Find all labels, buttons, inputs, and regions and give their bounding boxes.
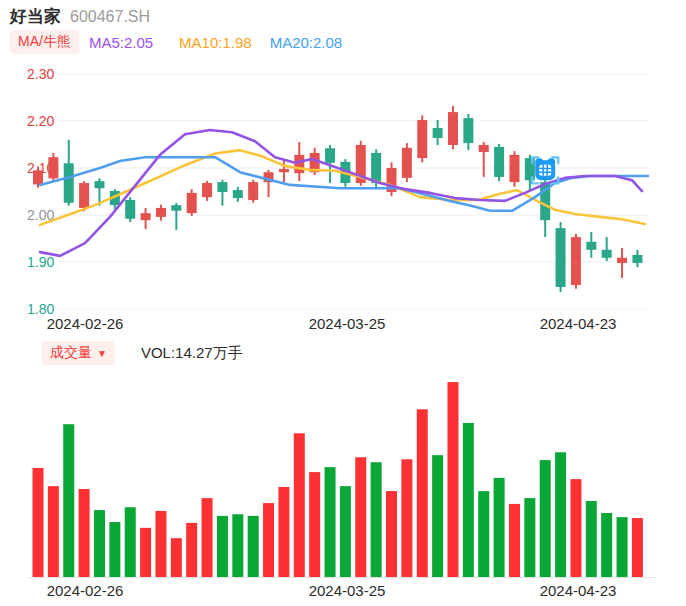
candlestick-chart: 2.302.202.102.001.901.80 [0, 58, 686, 314]
volume-bar [294, 433, 305, 577]
volume-bar [463, 423, 474, 577]
candle-body [279, 169, 289, 172]
candle-body [556, 228, 566, 287]
candle-body [94, 181, 104, 188]
candle-body [479, 145, 489, 152]
volume-bar [248, 516, 259, 577]
volume-bar [540, 460, 551, 577]
y-axis-tick-label: 1.90 [27, 254, 54, 270]
candle-body [156, 208, 166, 217]
candle-body [171, 205, 181, 211]
volume-bar [325, 467, 336, 577]
candle-body [433, 128, 443, 138]
candle-body [64, 163, 74, 202]
candle-body [217, 182, 227, 192]
ma5-legend-value: MA5:2.05 [89, 34, 153, 51]
volume-bar [33, 468, 44, 577]
volume-bar [401, 459, 412, 577]
volume-bar [524, 498, 535, 577]
candle-body [48, 157, 58, 178]
candle-body [448, 112, 458, 145]
price-chart-x-axis: 2024-02-26 2024-03-25 2024-04-23 [0, 315, 686, 335]
x-axis-date-label: 2024-04-23 [540, 315, 617, 332]
candle-body [602, 250, 612, 258]
candle-body [125, 200, 135, 219]
volume-bar [232, 514, 243, 577]
candle-body [187, 193, 197, 213]
volume-chart-x-axis: 2024-02-26 2024-03-25 2024-04-23 [0, 582, 686, 602]
stock-name: 好当家 [10, 5, 61, 28]
x-axis-date-label: 2024-03-25 [309, 315, 386, 332]
volume-bar [48, 486, 59, 577]
volume-bar [278, 487, 289, 577]
volume-bar [155, 511, 166, 577]
volume-bar [617, 517, 628, 577]
volume-bar [586, 501, 597, 577]
candle-body [494, 147, 504, 177]
volume-bar [340, 486, 351, 577]
candle-body [586, 242, 596, 250]
volume-bar [79, 489, 90, 577]
volume-bar [432, 455, 443, 577]
bull-bear-marker-icon[interactable] [532, 157, 558, 183]
candle-body [202, 183, 212, 197]
volume-bar [478, 491, 489, 577]
chart-header: 好当家 600467.SH [10, 5, 150, 28]
y-axis-tick-label: 2.30 [27, 66, 54, 82]
x-axis-date-label: 2024-02-26 [47, 582, 124, 599]
volume-bar [263, 503, 274, 577]
candle-body [632, 255, 642, 263]
volume-bar [309, 472, 320, 577]
volume-bar [186, 523, 197, 577]
volume-bar [555, 452, 566, 577]
volume-value-label: VOL:14.27万手 [141, 344, 243, 363]
candle-body [294, 155, 304, 173]
volume-bar [632, 518, 643, 577]
candle-body [33, 170, 43, 184]
candle-body [248, 182, 258, 200]
volume-header: 成交量 ▼ VOL:14.27万手 [42, 341, 243, 365]
candle-body [617, 258, 627, 263]
candle-body [463, 118, 473, 143]
volume-bar [125, 507, 136, 577]
candle-body [402, 148, 412, 178]
volume-bar [202, 498, 213, 577]
volume-bar [140, 528, 151, 577]
x-axis-date-label: 2024-03-25 [309, 582, 386, 599]
dropdown-arrow-icon: ▼ [97, 348, 107, 359]
volume-bar [509, 504, 520, 577]
volume-bar [171, 538, 182, 577]
y-axis-tick-label: 2.20 [27, 113, 54, 129]
candle-body [509, 155, 519, 182]
volume-bar [109, 522, 120, 577]
candle-body [79, 183, 89, 208]
volume-bar [94, 510, 105, 577]
ma5-line [40, 130, 642, 256]
bear-muzzle [539, 165, 551, 176]
candle-body [233, 190, 243, 198]
stock-chart-page: { "header": { "title": "好当家", "code": "6… [0, 0, 686, 606]
stock-code: 600467.SH [70, 8, 150, 26]
volume-bar [570, 479, 581, 577]
candle-body [417, 120, 427, 158]
candle-body [371, 153, 381, 183]
ma-legend: MA/牛熊 MA5:2.05 MA10:1.98 MA20:2.08 [10, 30, 342, 54]
volume-chart [0, 372, 686, 580]
x-axis-date-label: 2024-02-26 [47, 315, 124, 332]
volume-bar [494, 478, 505, 577]
volume-bar [355, 457, 366, 577]
volume-bar [217, 516, 228, 577]
x-axis-date-label: 2024-04-23 [540, 582, 617, 599]
candle-body [325, 148, 335, 163]
ma20-legend-value: MA20:2.08 [270, 34, 343, 51]
ma10-legend-value: MA10:1.98 [179, 34, 252, 51]
volume-bar [417, 409, 428, 577]
volume-bar [386, 491, 397, 577]
volume-bar [447, 382, 458, 577]
volume-bar [63, 424, 74, 577]
y-axis-tick-label: 1.80 [27, 301, 54, 314]
volume-indicator-dropdown[interactable]: 成交量 ▼ [42, 341, 115, 365]
volume-bar [371, 462, 382, 577]
candle-body [141, 213, 151, 220]
ma-bullbear-toggle[interactable]: MA/牛熊 [10, 30, 79, 54]
